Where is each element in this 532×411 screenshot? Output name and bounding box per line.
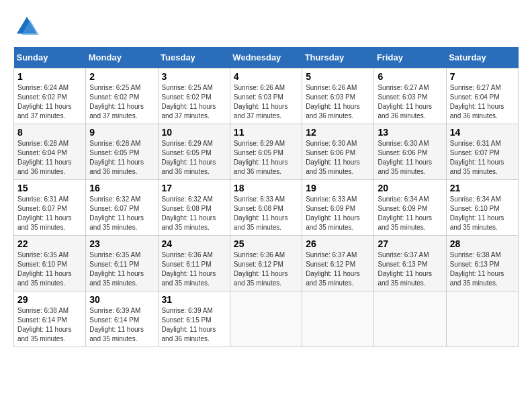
day-number: 4 <box>234 71 298 82</box>
day-info: Sunrise: 6:37 AMSunset: 6:12 PMDaylight:… <box>306 251 360 287</box>
day-header-tuesday: Tuesday <box>158 47 230 68</box>
empty-cell <box>446 291 518 347</box>
day-info: Sunrise: 6:36 AMSunset: 6:12 PMDaylight:… <box>234 251 288 287</box>
day-number: 22 <box>17 238 82 249</box>
empty-cell <box>374 291 446 347</box>
day-info: Sunrise: 6:38 AMSunset: 6:14 PMDaylight:… <box>17 307 72 342</box>
day-info: Sunrise: 6:26 AMSunset: 6:03 PMDaylight:… <box>234 84 288 120</box>
day-number: 16 <box>89 183 154 193</box>
day-cell-23: 23 Sunrise: 6:35 AMSunset: 6:11 PMDaylig… <box>86 236 158 291</box>
day-number: 26 <box>306 238 370 249</box>
day-header-sunday: Sunday <box>14 47 86 68</box>
day-info: Sunrise: 6:33 AMSunset: 6:09 PMDaylight:… <box>306 195 360 231</box>
day-number: 21 <box>450 183 515 193</box>
day-info: Sunrise: 6:29 AMSunset: 6:05 PMDaylight:… <box>234 140 288 175</box>
day-cell-24: 24 Sunrise: 6:36 AMSunset: 6:11 PMDaylig… <box>158 236 230 291</box>
day-cell-4: 4 Sunrise: 6:26 AMSunset: 6:03 PMDayligh… <box>230 68 302 124</box>
day-info: Sunrise: 6:25 AMSunset: 6:02 PMDaylight:… <box>162 84 216 120</box>
calendar-week-3: 15 Sunrise: 6:31 AMSunset: 6:07 PMDaylig… <box>14 180 519 236</box>
day-cell-11: 11 Sunrise: 6:29 AMSunset: 6:05 PMDaylig… <box>230 124 302 180</box>
day-info: Sunrise: 6:26 AMSunset: 6:03 PMDaylight:… <box>306 84 360 120</box>
day-info: Sunrise: 6:36 AMSunset: 6:11 PMDaylight:… <box>162 251 216 287</box>
day-cell-22: 22 Sunrise: 6:35 AMSunset: 6:10 PMDaylig… <box>14 236 86 291</box>
day-number: 6 <box>378 71 442 82</box>
day-cell-9: 9 Sunrise: 6:28 AMSunset: 6:05 PMDayligh… <box>86 124 158 180</box>
empty-cell <box>302 291 374 347</box>
day-number: 9 <box>89 127 154 138</box>
day-header-monday: Monday <box>86 47 158 68</box>
day-info: Sunrise: 6:32 AMSunset: 6:07 PMDaylight:… <box>89 195 144 231</box>
day-info: Sunrise: 6:39 AMSunset: 6:14 PMDaylight:… <box>89 307 144 342</box>
day-number: 14 <box>450 127 515 138</box>
day-cell-21: 21 Sunrise: 6:34 AMSunset: 6:10 PMDaylig… <box>446 180 518 236</box>
day-info: Sunrise: 6:35 AMSunset: 6:10 PMDaylight:… <box>17 251 72 287</box>
day-cell-31: 31 Sunrise: 6:39 AMSunset: 6:15 PMDaylig… <box>158 291 230 347</box>
day-cell-30: 30 Sunrise: 6:39 AMSunset: 6:14 PMDaylig… <box>86 291 158 347</box>
calendar-header-row: SundayMondayTuesdayWednesdayThursdayFrid… <box>14 47 519 68</box>
day-cell-13: 13 Sunrise: 6:30 AMSunset: 6:06 PMDaylig… <box>374 124 446 180</box>
day-info: Sunrise: 6:29 AMSunset: 6:05 PMDaylight:… <box>162 140 216 175</box>
day-info: Sunrise: 6:25 AMSunset: 6:02 PMDaylight:… <box>89 84 144 120</box>
day-number: 1 <box>17 71 82 82</box>
day-info: Sunrise: 6:34 AMSunset: 6:10 PMDaylight:… <box>450 195 504 231</box>
day-number: 27 <box>378 238 442 249</box>
day-number: 8 <box>17 127 82 138</box>
day-info: Sunrise: 6:30 AMSunset: 6:06 PMDaylight:… <box>306 140 360 175</box>
empty-cell <box>230 291 302 347</box>
day-header-thursday: Thursday <box>302 47 374 68</box>
day-info: Sunrise: 6:35 AMSunset: 6:11 PMDaylight:… <box>89 251 144 287</box>
day-cell-12: 12 Sunrise: 6:30 AMSunset: 6:06 PMDaylig… <box>302 124 374 180</box>
calendar-table: SundayMondayTuesdayWednesdayThursdayFrid… <box>13 47 519 347</box>
day-cell-16: 16 Sunrise: 6:32 AMSunset: 6:07 PMDaylig… <box>86 180 158 236</box>
day-info: Sunrise: 6:30 AMSunset: 6:06 PMDaylight:… <box>378 140 432 175</box>
day-number: 19 <box>306 183 370 193</box>
day-info: Sunrise: 6:32 AMSunset: 6:08 PMDaylight:… <box>162 195 216 231</box>
day-info: Sunrise: 6:27 AMSunset: 6:04 PMDaylight:… <box>450 84 504 120</box>
day-cell-19: 19 Sunrise: 6:33 AMSunset: 6:09 PMDaylig… <box>302 180 374 236</box>
day-info: Sunrise: 6:37 AMSunset: 6:13 PMDaylight:… <box>378 251 432 287</box>
day-number: 29 <box>17 294 82 305</box>
day-number: 28 <box>450 238 515 249</box>
day-info: Sunrise: 6:28 AMSunset: 6:04 PMDaylight:… <box>17 140 72 175</box>
calendar-week-4: 22 Sunrise: 6:35 AMSunset: 6:10 PMDaylig… <box>14 236 519 291</box>
day-cell-6: 6 Sunrise: 6:27 AMSunset: 6:03 PMDayligh… <box>374 68 446 124</box>
day-cell-3: 3 Sunrise: 6:25 AMSunset: 6:02 PMDayligh… <box>158 68 230 124</box>
day-number: 25 <box>234 238 298 249</box>
day-cell-15: 15 Sunrise: 6:31 AMSunset: 6:07 PMDaylig… <box>14 180 86 236</box>
day-info: Sunrise: 6:33 AMSunset: 6:08 PMDaylight:… <box>234 195 288 231</box>
day-info: Sunrise: 6:31 AMSunset: 6:07 PMDaylight:… <box>450 140 504 175</box>
day-cell-17: 17 Sunrise: 6:32 AMSunset: 6:08 PMDaylig… <box>158 180 230 236</box>
day-number: 18 <box>234 183 298 193</box>
calendar-week-2: 8 Sunrise: 6:28 AMSunset: 6:04 PMDayligh… <box>14 124 519 180</box>
day-info: Sunrise: 6:39 AMSunset: 6:15 PMDaylight:… <box>162 307 216 342</box>
day-header-friday: Friday <box>374 47 446 68</box>
day-info: Sunrise: 6:38 AMSunset: 6:13 PMDaylight:… <box>450 251 504 287</box>
day-number: 31 <box>162 294 226 305</box>
day-cell-8: 8 Sunrise: 6:28 AMSunset: 6:04 PMDayligh… <box>14 124 86 180</box>
day-cell-27: 27 Sunrise: 6:37 AMSunset: 6:13 PMDaylig… <box>374 236 446 291</box>
day-number: 13 <box>378 127 442 138</box>
day-info: Sunrise: 6:28 AMSunset: 6:05 PMDaylight:… <box>89 140 144 175</box>
day-number: 17 <box>162 183 226 193</box>
calendar-week-5: 29 Sunrise: 6:38 AMSunset: 6:14 PMDaylig… <box>14 291 519 347</box>
logo-icon <box>13 13 40 40</box>
day-number: 7 <box>450 71 515 82</box>
calendar-body: 1 Sunrise: 6:24 AMSunset: 6:02 PMDayligh… <box>14 68 519 347</box>
day-number: 10 <box>162 127 226 138</box>
day-number: 20 <box>378 183 442 193</box>
day-number: 30 <box>89 294 154 305</box>
day-info: Sunrise: 6:24 AMSunset: 6:02 PMDaylight:… <box>17 84 72 120</box>
day-info: Sunrise: 6:34 AMSunset: 6:09 PMDaylight:… <box>378 195 432 231</box>
day-cell-25: 25 Sunrise: 6:36 AMSunset: 6:12 PMDaylig… <box>230 236 302 291</box>
day-number: 15 <box>17 183 82 193</box>
day-number: 24 <box>162 238 226 249</box>
day-header-wednesday: Wednesday <box>230 47 302 68</box>
day-cell-29: 29 Sunrise: 6:38 AMSunset: 6:14 PMDaylig… <box>14 291 86 347</box>
day-number: 11 <box>234 127 298 138</box>
day-number: 3 <box>162 71 226 82</box>
day-cell-14: 14 Sunrise: 6:31 AMSunset: 6:07 PMDaylig… <box>446 124 518 180</box>
day-number: 12 <box>306 127 370 138</box>
day-cell-2: 2 Sunrise: 6:25 AMSunset: 6:02 PMDayligh… <box>86 68 158 124</box>
day-cell-20: 20 Sunrise: 6:34 AMSunset: 6:09 PMDaylig… <box>374 180 446 236</box>
day-info: Sunrise: 6:31 AMSunset: 6:07 PMDaylight:… <box>17 195 72 231</box>
